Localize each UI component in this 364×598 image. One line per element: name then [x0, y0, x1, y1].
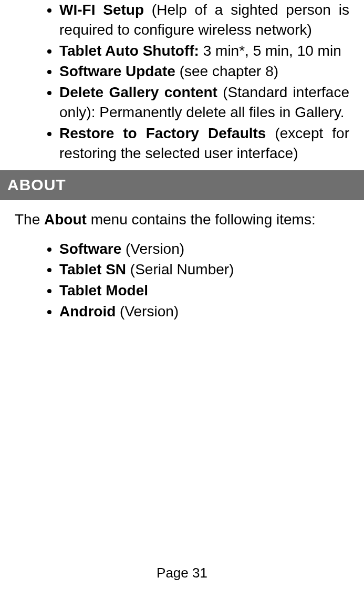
item-desc: (Version) [121, 241, 184, 257]
list-item: Tablet Auto Shutoff: 3 min*, 5 min, 10 m… [59, 41, 349, 61]
item-desc: (Serial Number) [126, 261, 234, 277]
about-list: Software (Version) Tablet SN (Serial Num… [15, 239, 349, 322]
item-title: Delete Gallery content [59, 84, 217, 100]
item-desc: 3 min*, 5 min, 10 min [199, 43, 341, 59]
item-title: Software [59, 241, 121, 257]
item-desc: (Version) [116, 303, 179, 319]
item-title: Android [59, 303, 116, 319]
list-item: Tablet SN (Serial Number) [59, 260, 349, 280]
settings-list: WI-FI Setup (Help of a sighted person is… [15, 0, 349, 163]
list-item: WI-FI Setup (Help of a sighted person is… [59, 0, 349, 40]
list-item: Android (Version) [59, 302, 349, 322]
about-intro: The About menu contains the following it… [15, 210, 349, 230]
item-title: Tablet Auto Shutoff: [59, 43, 199, 59]
item-title: Software Update [59, 63, 175, 79]
item-title: Tablet SN [59, 261, 126, 277]
intro-post: menu contains the following items: [87, 211, 316, 228]
item-title: Restore to Factory Defaults [59, 125, 266, 141]
list-item: Tablet Model [59, 281, 349, 301]
item-desc: (see chapter 8) [175, 63, 278, 79]
item-title: WI-FI Setup [59, 2, 144, 18]
intro-pre: The [15, 211, 44, 228]
about-section-header: ABOUT [0, 170, 364, 200]
list-item: Delete Gallery content (Standard interfa… [59, 83, 349, 122]
intro-bold: About [44, 211, 87, 228]
list-item: Software (Version) [59, 239, 349, 259]
list-item: Software Update (see chapter 8) [59, 61, 349, 81]
page-number: Page 31 [0, 564, 364, 582]
list-item: Restore to Factory Defaults (except for … [59, 123, 349, 163]
item-title: Tablet Model [59, 282, 148, 298]
